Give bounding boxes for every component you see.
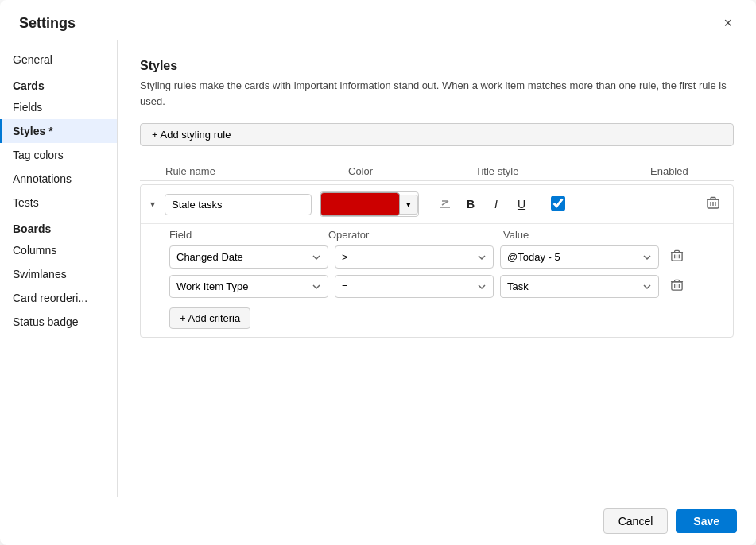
criteria-field-select-1[interactable]: Changed Date Title Assigned To State Wor… [169, 245, 328, 269]
criteria-row: Work Item Type Changed Date Title Assign… [169, 275, 725, 298]
criteria-delete-button-1[interactable] [665, 247, 688, 267]
rule-main-row: ▾ ▾ [141, 185, 733, 223]
criteria-section: Field Operator Value Changed Date Title … [141, 223, 733, 337]
criteria-value-select-1[interactable]: @Today - 5 @Today @Today - 1 @Today - 7 [500, 245, 659, 269]
criteria-col-operator: Operator [328, 229, 503, 241]
title-style-area: B I U [435, 194, 532, 215]
color-dropdown-button[interactable]: ▾ [400, 195, 418, 215]
criteria-col-field: Field [169, 229, 328, 241]
rule-name-input[interactable] [165, 194, 312, 215]
sidebar-item-tag-colors[interactable]: Tag colors [0, 143, 117, 167]
col-color: Color [348, 165, 475, 177]
main-content: Styles Styling rules make the cards with… [118, 40, 756, 497]
dialog-title: Settings [19, 15, 76, 32]
section-desc: Styling rules make the cards with import… [140, 78, 734, 109]
sidebar-item-status-badge[interactable]: Status badge [0, 310, 117, 334]
sidebar-item-annotations[interactable]: Annotations [0, 167, 117, 191]
sidebar-item-tests[interactable]: Tests [0, 191, 117, 215]
sidebar-item-columns[interactable]: Columns [0, 238, 117, 262]
sidebar-item-styles[interactable]: Styles * [0, 119, 117, 143]
sidebar-section-cards: Cards [0, 72, 117, 95]
col-title-style: Title style [475, 165, 650, 177]
sidebar-item-general[interactable]: General [0, 48, 117, 72]
rule-expand-button[interactable]: ▾ [149, 197, 157, 211]
table-header: Rule name Color Title style Enabled [140, 162, 734, 181]
rule-delete-button[interactable] [701, 194, 725, 215]
add-criteria-button[interactable]: + Add criteria [169, 307, 250, 329]
cancel-button[interactable]: Cancel [603, 508, 669, 534]
dialog-footer: Cancel Save [0, 497, 756, 545]
criteria-col-value: Value [503, 229, 678, 241]
sidebar-item-card-reordering[interactable]: Card reorderi... [0, 286, 117, 310]
criteria-value-select-2[interactable]: Task Bug User Story Feature Epic [500, 275, 659, 298]
criteria-operator-select-1[interactable]: > < = >= <= <> [335, 245, 494, 269]
color-input-group: ▾ [320, 191, 419, 217]
sidebar-item-fields[interactable]: Fields [0, 95, 117, 119]
bold-button[interactable]: B [460, 194, 481, 215]
section-title: Styles [140, 59, 734, 73]
criteria-header: Field Operator Value [169, 229, 725, 241]
color-swatch[interactable] [320, 192, 400, 216]
save-button[interactable]: Save [676, 509, 737, 533]
sidebar-item-swimlanes[interactable]: Swimlanes [0, 262, 117, 286]
enabled-area [551, 196, 565, 213]
criteria-row: Changed Date Title Assigned To State Wor… [169, 245, 725, 269]
col-rule-name: Rule name [165, 165, 348, 177]
col-enabled: Enabled [650, 165, 722, 177]
sidebar: General Cards Fields Styles * Tag colors… [0, 40, 118, 497]
format-bar-icon [435, 194, 456, 215]
sidebar-section-boards: Boards [0, 215, 117, 238]
criteria-field-select-2[interactable]: Work Item Type Changed Date Title Assign… [169, 275, 328, 298]
rule-row: ▾ ▾ [140, 184, 734, 338]
close-button[interactable]: × [719, 14, 737, 32]
enabled-checkbox[interactable] [551, 196, 565, 211]
underline-button[interactable]: U [511, 194, 532, 215]
criteria-delete-button-2[interactable] [665, 276, 688, 296]
add-styling-rule-button[interactable]: + Add styling rule [140, 123, 734, 146]
italic-button[interactable]: I [486, 194, 506, 215]
criteria-operator-select-2[interactable]: = > < >= <= <> [335, 275, 494, 298]
